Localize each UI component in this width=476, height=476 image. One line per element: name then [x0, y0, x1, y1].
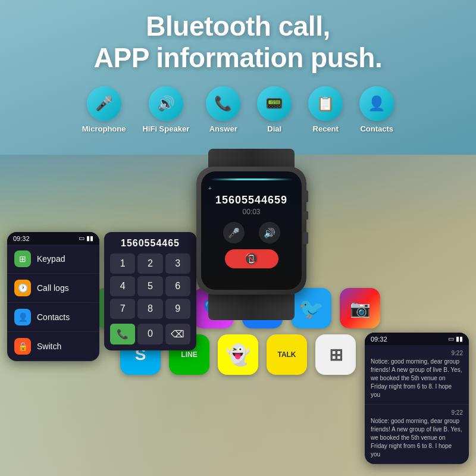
feature-item-microphone: 🎤 Microphone: [82, 86, 126, 133]
menu-item-contacts[interactable]: 👤 Contacts: [7, 303, 99, 332]
key-2[interactable]: 2: [137, 253, 162, 274]
key-9[interactable]: 9: [165, 299, 190, 319]
instagram-icon-glyph: 📷: [350, 299, 371, 318]
watch-label: +: [206, 185, 297, 192]
hero-line2: APP information push.: [94, 42, 382, 73]
app-icon-twitter[interactable]: 🐦: [291, 288, 331, 328]
feature-item-answer: 📞 Answer: [206, 86, 240, 133]
menu-item-call-logs[interactable]: 🕐 Call logs: [7, 274, 99, 303]
notification-panel: 09:32 ▭ ▮▮ 9:22 Notice: good morning, de…: [365, 333, 469, 464]
hifi-speaker-label: HiFi Speaker: [142, 124, 189, 133]
dialpad-bottom: 📞0⌫: [110, 324, 190, 345]
keypad-label: Keypad: [37, 254, 65, 264]
app-icon-kakao[interactable]: TALK: [267, 334, 307, 375]
watch-end-call-btn[interactable]: 📵: [225, 249, 278, 268]
feature-item-contacts: 👤 Contacts: [359, 86, 394, 133]
menu-item-keypad[interactable]: ⊞ Keypad: [7, 245, 99, 274]
call-logs-icon: 🕐: [14, 280, 31, 296]
notif-time-0: 9:22: [371, 350, 463, 356]
twitter-icon-glyph: 🐦: [299, 296, 324, 320]
switch-label: Switch: [37, 342, 61, 351]
switch-icon: 🔒: [14, 338, 31, 355]
hero-line1: Bluetooth call,: [146, 11, 330, 42]
dialpad-grid: 123456789: [110, 253, 190, 319]
notif-text-1: Notice: good morning, dear group friends…: [371, 417, 463, 459]
watch-screen: + 15605544659 00:03 🎤 🔊 📵: [201, 171, 302, 290]
feature-item-hifi-speaker: 🔊 HiFi Speaker: [142, 86, 189, 133]
dialpad-number: 1560554465: [110, 238, 190, 249]
snapchat-icon-glyph: 👻: [226, 343, 250, 367]
phone-battery: ▭ ▮▮: [79, 234, 93, 242]
line-icon-glyph: LINE: [181, 350, 197, 359]
watch-call-timer: 00:03: [242, 208, 260, 216]
key-6[interactable]: 6: [165, 276, 190, 296]
app-icon-more[interactable]: ⊞: [315, 334, 356, 375]
watch-speaker-btn[interactable]: 🔊: [259, 222, 280, 243]
watch-inner: + 15605544659 00:03 🎤 🔊 📵: [201, 171, 302, 290]
watch-wave: [211, 178, 293, 180]
key-3[interactable]: 3: [165, 253, 190, 274]
phone-status-bar: 09:32 ▭ ▮▮: [7, 232, 99, 245]
dial-label: Dial: [267, 124, 281, 133]
key-⌫[interactable]: ⌫: [165, 324, 190, 345]
key-4[interactable]: 4: [110, 276, 135, 296]
notif-time-1: 9:22: [371, 409, 463, 416]
key-1[interactable]: 1: [110, 253, 135, 274]
microphone-label: Microphone: [82, 124, 126, 133]
microphone-icon: 🎤: [87, 86, 121, 121]
notif-item-1: 9:22 Notice: good morning, dear group fr…: [365, 405, 469, 464]
notif-battery: ▭ ▮▮: [448, 335, 463, 343]
watch-crown-mid: [303, 211, 308, 220]
watch-phone-number: 15605544659: [215, 194, 287, 206]
keypad-icon: ⊞: [14, 250, 31, 267]
phone-menu-panel: 09:32 ▭ ▮▮ ⊞ Keypad 🕐 Call logs 👤 Contac…: [7, 232, 99, 361]
hifi-speaker-icon: 🔊: [149, 86, 183, 121]
answer-label: Answer: [209, 124, 237, 133]
kakao-icon-glyph: TALK: [277, 350, 296, 359]
key-8[interactable]: 8: [137, 299, 162, 319]
contacts-label: Contacts: [37, 312, 70, 322]
hero-section: Bluetooth call, APP information push.: [0, 11, 476, 74]
notif-item-0: 9:22 Notice: good morning, dear group fr…: [365, 345, 469, 405]
watch-crown-bot: [303, 232, 308, 244]
phone-time: 09:32: [13, 235, 30, 242]
app-icon-instagram[interactable]: 📷: [340, 288, 380, 328]
key-0[interactable]: 0: [137, 324, 162, 345]
call-logs-label: Call logs: [37, 283, 69, 293]
feature-item-recent: 📋 Recent: [308, 86, 343, 133]
dialpad-panel: 1560554465 123456789 📞0⌫: [104, 232, 196, 350]
key-5[interactable]: 5: [137, 276, 162, 296]
watch-call-actions: 🎤 🔊: [223, 222, 280, 243]
contacts-label: Contacts: [360, 124, 393, 133]
dial-icon: 📟: [257, 86, 292, 121]
menu-item-switch[interactable]: 🔒 Switch: [7, 332, 99, 361]
answer-icon: 📞: [206, 86, 240, 121]
app-icon-snapchat[interactable]: 👻: [218, 334, 258, 375]
more-icon-glyph: ⊞: [329, 345, 343, 365]
watch-mute-btn[interactable]: 🎤: [223, 222, 245, 243]
key-7[interactable]: 7: [110, 299, 135, 319]
hero-title: Bluetooth call, APP information push.: [0, 11, 476, 74]
watch-crown-top: [303, 190, 308, 202]
features-row: 🎤 Microphone 🔊 HiFi Speaker 📞 Answer 📟 D…: [0, 86, 476, 133]
recent-icon: 📋: [308, 86, 343, 121]
recent-label: Recent: [313, 124, 339, 133]
notif-status-bar: 09:32 ▭ ▮▮: [365, 333, 469, 345]
key-📞[interactable]: 📞: [110, 324, 135, 345]
feature-item-dial: 📟 Dial: [257, 86, 292, 133]
notif-time: 09:32: [371, 336, 387, 343]
contacts-icon: 👤: [359, 86, 394, 121]
notif-text-0: Notice: good morning, dear group friends…: [371, 358, 463, 399]
contacts-icon: 👤: [14, 309, 31, 325]
